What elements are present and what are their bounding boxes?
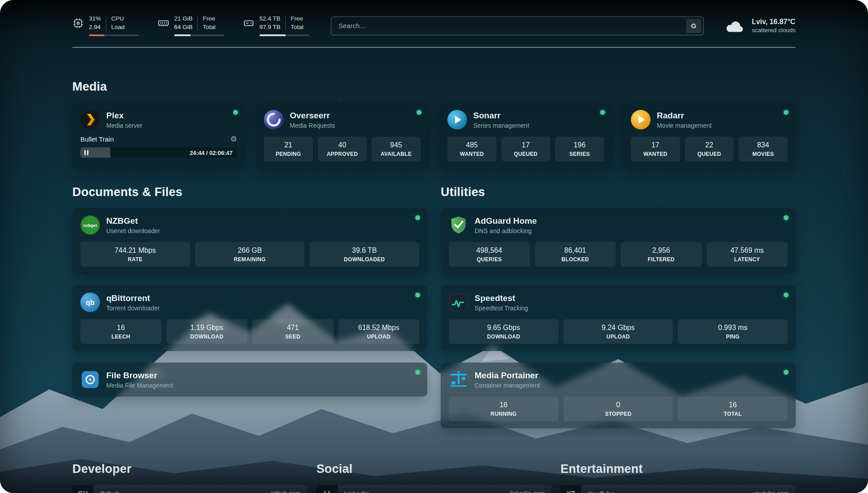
app-name: Plex — [106, 111, 142, 121]
system-metrics: 31% 2.94 CPU Load — [72, 15, 309, 36]
stat-box: 9.24 GbpsUPLOAD — [563, 319, 673, 344]
stat-box: 266 GBREMAINING — [195, 242, 305, 267]
weather-widget[interactable]: Lviv, 16.87°C scattered clouds — [725, 18, 796, 33]
section-title-social: Social — [317, 462, 552, 476]
app-card-radarr[interactable]: Radarr Movie management 17WANTED 22QUEUE… — [623, 103, 796, 168]
stat-box: 86,401BLOCKED — [535, 242, 616, 267]
app-card-portainer[interactable]: Media Portainer Container management 16R… — [441, 363, 796, 428]
bookmark-abbr: GH — [72, 485, 93, 493]
bookmark-name: Github — [100, 490, 120, 493]
app-card-plex[interactable]: Plex Media server Bullet Train ⚙ 24:44 /… — [72, 103, 245, 168]
stat-box: 9.65 GbpsDOWNLOAD — [449, 319, 559, 344]
stat-box: 0STOPPED — [563, 397, 673, 421]
bookmark-url: youtube.com — [753, 490, 789, 493]
app-card-nzbget[interactable]: nzbget NZBGet Usenet downloader 744.21 M… — [72, 208, 427, 274]
section-title-developer: Developer — [72, 462, 308, 476]
cpu-icon — [72, 17, 84, 29]
topbar: 31% 2.94 CPU Load — [72, 0, 796, 36]
stat-box: 196SERIES — [555, 137, 604, 161]
stat-box: 21PENDING — [264, 137, 313, 161]
disk-total: 97.9 TB — [259, 24, 280, 31]
app-name: File Browser — [106, 371, 173, 380]
stat-box: 22QUEUED — [685, 137, 734, 161]
utilities-column: Utilities AdGuard Home DNS and adblockin… — [441, 185, 796, 428]
stat-box: 744.21 MbpsRATE — [80, 242, 190, 267]
section-title-documents: Documents & Files — [72, 185, 427, 199]
stat-box: 40APPROVED — [318, 137, 367, 161]
section-title-media: Media — [72, 80, 796, 94]
playback-time: 24:44 / 02:06:47 — [190, 149, 233, 156]
stat-box: 471SEED — [252, 319, 334, 344]
ram-label2: Total — [203, 24, 216, 31]
weather-condition: scattered clouds — [752, 27, 796, 33]
ram-free: 21 GiB — [174, 15, 192, 22]
disk-icon — [243, 17, 255, 29]
stat-box: 498,564QUERIES — [449, 242, 530, 267]
bookmark-github[interactable]: GH Github github.com — [72, 485, 308, 493]
cpu-label: CPU — [111, 15, 125, 22]
app-card-adguard[interactable]: AdGuard Home DNS and adblocking 498,564Q… — [441, 208, 796, 274]
bookmarks-social: Social LI LinkedIn linkedin.com TW Twitt… — [317, 462, 552, 493]
status-indicator — [417, 110, 421, 115]
status-indicator — [784, 215, 789, 220]
app-card-speedtest[interactable]: Speedtest Speedtest Tracking 9.65 GbpsDO… — [441, 285, 796, 351]
app-card-sonarr[interactable]: Sonarr Series management 485WANTED 17QUE… — [439, 103, 612, 168]
adguard-icon — [449, 215, 468, 235]
bookmark-name: LinkedIn — [344, 490, 370, 493]
stat-box: 485WANTED — [447, 137, 497, 161]
bookmark-name: YouTube — [588, 490, 614, 493]
bookmarks-entertainment: Entertainment YT YouTube youtube.com NF … — [560, 462, 796, 493]
ram-label: Free — [203, 15, 216, 22]
ram-progressbar — [174, 34, 224, 36]
stat-box: 2,956FILTERED — [621, 242, 702, 267]
search-engine-button[interactable]: G — [686, 19, 701, 33]
cpu-percent: 31% — [89, 15, 101, 22]
app-name: Sonarr — [473, 111, 529, 121]
sonarr-icon — [447, 110, 467, 130]
cloud-icon — [725, 18, 746, 33]
ram-metric: 21 GiB 64 GiB Free Total — [158, 15, 224, 36]
app-name: qBittorrent — [106, 293, 160, 303]
speedtest-icon — [449, 292, 468, 312]
app-description: Speedtest Tracking — [475, 305, 528, 312]
settings-gear-icon[interactable]: ⚙ — [230, 135, 237, 143]
app-description: Media server — [106, 122, 142, 129]
ram-total: 64 GiB — [174, 24, 192, 31]
bookmark-youtube[interactable]: YT YouTube youtube.com — [560, 485, 796, 493]
stat-box: 39.6 TBDOWNLOADED — [309, 242, 419, 267]
bookmark-url: github.com — [270, 490, 300, 493]
app-description: Media Requests — [290, 122, 335, 129]
app-card-overseerr[interactable]: Overseerr Media Requests 21PENDING 40APP… — [256, 103, 429, 168]
app-card-filebrowser[interactable]: File Browser Media File Management — [72, 363, 427, 397]
status-indicator — [415, 215, 420, 220]
app-name: Overseerr — [290, 111, 335, 121]
app-card-qbittorrent[interactable]: qb qBittorrent Torrent downloader 16LEEC… — [72, 285, 427, 351]
playback-progressbar[interactable]: 24:44 / 02:06:47 — [80, 147, 237, 158]
svg-text:nzbget: nzbget — [83, 223, 97, 228]
cpu-progressbar — [89, 34, 139, 36]
ram-icon — [158, 17, 169, 29]
stat-box: 17WANTED — [631, 137, 680, 161]
status-indicator — [784, 370, 789, 375]
status-indicator — [415, 292, 420, 297]
search-input[interactable] — [331, 17, 704, 35]
pause-icon[interactable] — [84, 150, 88, 155]
disk-metric: 52.4 TB 97.9 TB Free Total — [243, 15, 309, 36]
plex-icon — [80, 110, 100, 130]
app-description: DNS and adblocking — [475, 227, 537, 234]
documents-column: Documents & Files nzbget NZBGet Usenet d… — [72, 185, 427, 397]
nzbget-icon: nzbget — [80, 215, 100, 235]
bookmark-linkedin[interactable]: LI LinkedIn linkedin.com — [317, 485, 552, 493]
now-playing-title: Bullet Train — [80, 135, 114, 143]
cpu-load: 2.94 — [89, 24, 101, 31]
qbittorrent-icon: qb — [80, 292, 100, 312]
filebrowser-icon — [80, 370, 100, 389]
overseerr-icon — [264, 110, 284, 130]
app-name: Speedtest — [475, 293, 528, 303]
app-description: Movie management — [657, 122, 712, 129]
disk-label2: Total — [291, 24, 304, 31]
status-indicator — [784, 110, 789, 115]
portainer-icon — [449, 370, 468, 389]
section-title-utilities: Utilities — [441, 185, 796, 199]
app-name: Media Portainer — [475, 371, 540, 380]
